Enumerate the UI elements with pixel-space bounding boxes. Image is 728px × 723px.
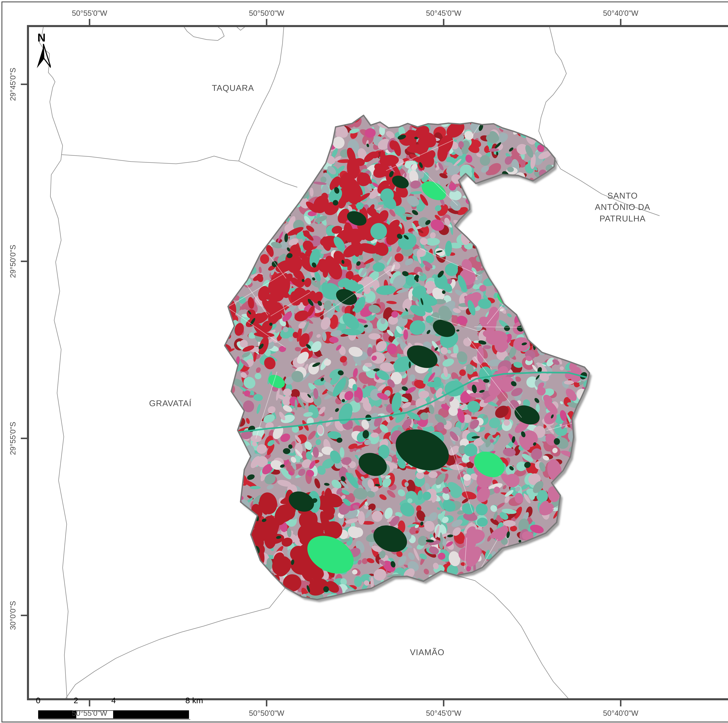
lon-tick [443,700,444,706]
lon-label: 50°45'0"W [426,9,462,17]
scalebar-label-4: 4 [111,695,116,705]
lat-tick [21,614,27,616]
scalebar-label-8km: 8 km [185,695,203,705]
lon-tick [443,19,444,25]
lat-label: 29°55'0"S [8,422,17,455]
scalebar-segment [38,710,76,719]
lon-tick [89,700,90,706]
lat-label: 30°0'0"S [8,601,17,630]
lat-label: 29°45'0"S [8,68,17,101]
scalebar-label-2: 2 [73,695,78,705]
lon-label: 50°45'0"W [426,709,462,717]
lat-tick [21,261,27,262]
lon-tick [620,700,621,706]
lon-tick [89,19,90,25]
map-label-gravatai: GRAVATAÍ [149,397,192,409]
lat-label: 29°50'0"S [8,245,17,278]
map-label-viamao: VIAMÃO [410,647,445,658]
scalebar-label-0: 0 [36,695,40,705]
lat-tick [21,438,27,439]
lon-label: 50°40'0"W [603,9,638,17]
lon-label: 50°40'0"W [603,709,638,717]
scalebar-segment [113,710,189,719]
map-label-taquara: TAQUARA [212,82,254,93]
north-arrow-icon [32,42,51,69]
lon-label: 50°50'0"W [249,9,284,17]
lat-tick [21,84,27,85]
map-label-santo-antonio: SANTO ANTÔNIO DA PATRULHA [595,190,650,224]
scalebar-shadow [39,719,190,720]
map-canvas [29,27,728,698]
lon-tick [266,700,267,706]
lon-tick [266,19,267,25]
lon-label: 50°55'0"W [72,9,107,17]
lon-tick [620,19,621,25]
lon-label: 50°55'0"W [72,709,107,717]
map-frame: TAQUARA SANTO ANTÔNIO DA PATRULHA GRAVAT… [27,25,728,700]
lon-label: 50°50'0"W [249,709,284,717]
